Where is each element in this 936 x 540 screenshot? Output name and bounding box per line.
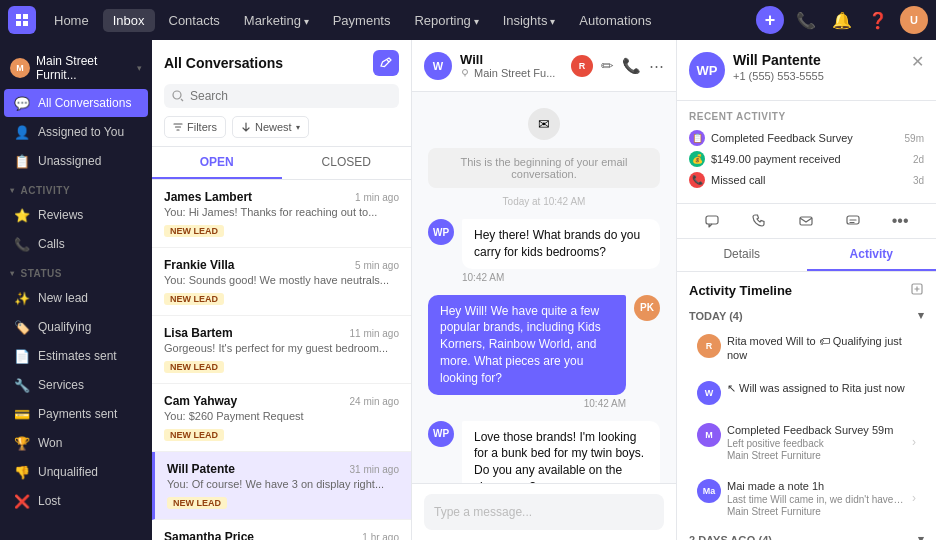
contact-action-phone[interactable] <box>751 213 767 229</box>
message-row-3: WP Love those brands! I'm looking for a … <box>428 421 660 483</box>
nav-home[interactable]: Home <box>44 9 99 32</box>
contact-action-email[interactable] <box>798 213 814 229</box>
sidebar-item-new-lead[interactable]: ✨ New lead <box>4 284 148 312</box>
conv-item-james-lambert[interactable]: James Lambert 1 min ago You: Hi James! T… <box>152 180 411 248</box>
phone-icon[interactable]: 📞 <box>792 6 820 34</box>
sidebar-label-lost: Lost <box>38 494 61 508</box>
activity-dot-1: 📋 <box>689 130 705 146</box>
sender-avatar-wp2: WP <box>428 421 454 447</box>
contact-actions: ••• <box>677 204 936 239</box>
estimates-icon: 📄 <box>14 348 30 364</box>
collapse-2days-icon: ▾ <box>918 533 924 540</box>
sidebar-label-all-conversations: All Conversations <box>38 96 131 110</box>
chat-contact-avatar: W <box>424 52 452 80</box>
search-bar[interactable] <box>164 84 399 108</box>
conv-item-lisa-bartem[interactable]: Lisa Bartem 11 min ago Gorgeous! It's pe… <box>152 316 411 384</box>
sidebar-item-services[interactable]: 🔧 Services <box>4 371 148 399</box>
activity-text-3: Missed call <box>711 174 907 186</box>
nav-payments[interactable]: Payments <box>323 9 401 32</box>
contact-action-sms[interactable] <box>845 213 861 229</box>
entry-content-1: Rita moved Will to 🏷 Qualifying just now <box>727 334 916 363</box>
sidebar-item-assigned-to-you[interactable]: 👤 Assigned to You <box>4 118 148 146</box>
search-input[interactable] <box>190 89 391 103</box>
message-bubble-1: Hey there! What brands do you carry for … <box>462 219 660 269</box>
entry-avatar-survey: M <box>697 423 721 447</box>
sort-button[interactable]: Newest ▾ <box>232 116 309 138</box>
account-selector[interactable]: M Main Street Furnit... ▾ <box>0 48 152 88</box>
account-chevron: ▾ <box>137 63 142 73</box>
tab-open[interactable]: OPEN <box>152 147 282 179</box>
compose-button[interactable] <box>373 50 399 76</box>
message-input[interactable]: Type a message... <box>424 494 664 530</box>
more-options-button[interactable]: ⋯ <box>649 57 664 75</box>
sidebar-item-estimates-sent[interactable]: 📄 Estimates sent <box>4 342 148 370</box>
svg-rect-2 <box>706 216 718 224</box>
entry-avatar-will: W <box>697 381 721 405</box>
phone-button[interactable]: 📞 <box>622 57 641 75</box>
contact-action-chat[interactable] <box>704 213 720 229</box>
sidebar-label-calls: Calls <box>38 237 65 251</box>
conv-item-will-patente[interactable]: Will Patente 31 min ago You: Of course! … <box>152 452 411 520</box>
edit-button[interactable]: ✏ <box>601 57 614 75</box>
search-icon <box>172 90 184 102</box>
timeline-day-2days-label[interactable]: 2 DAYS AGO (4) ▾ <box>689 533 924 540</box>
sidebar-item-unassigned[interactable]: 📋 Unassigned <box>4 147 148 175</box>
sidebar-item-payments-sent[interactable]: 💳 Payments sent <box>4 400 148 428</box>
sidebar-item-won[interactable]: 🏆 Won <box>4 429 148 457</box>
tab-closed[interactable]: CLOSED <box>282 147 412 179</box>
sidebar-label-estimates: Estimates sent <box>38 349 117 363</box>
close-panel-button[interactable]: ✕ <box>911 52 924 71</box>
nav-reporting[interactable]: Reporting <box>404 9 488 32</box>
activity-dot-2: 💰 <box>689 151 705 167</box>
bell-icon[interactable]: 🔔 <box>828 6 856 34</box>
activity-time-1: 59m <box>905 133 924 144</box>
nav-automations[interactable]: Automations <box>569 9 661 32</box>
sidebar-item-qualifying[interactable]: 🏷️ Qualifying <box>4 313 148 341</box>
timeline-export-button[interactable] <box>910 282 924 299</box>
chat-icon <box>704 213 720 229</box>
sort-chevron: ▾ <box>296 123 300 132</box>
sidebar-item-calls[interactable]: 📞 Calls <box>4 230 148 258</box>
nav-inbox[interactable]: Inbox <box>103 9 155 32</box>
activity-section-label: ▾ ACTIVITY <box>0 181 152 200</box>
tab-activity[interactable]: Activity <box>807 239 937 271</box>
sidebar-label-payments-sent: Payments sent <box>38 407 117 421</box>
nav-contacts[interactable]: Contacts <box>159 9 230 32</box>
sidebar-item-lost[interactable]: ❌ Lost <box>4 487 148 515</box>
sidebar-label-services: Services <box>38 378 84 392</box>
tab-details[interactable]: Details <box>677 239 807 271</box>
services-icon: 🔧 <box>14 377 30 393</box>
timeline-day-today-label[interactable]: TODAY (4) ▾ <box>689 309 924 322</box>
nav-marketing[interactable]: Marketing <box>234 9 319 32</box>
contact-header: WP Will Pantente +1 (555) 553-5555 ✕ <box>677 40 936 101</box>
activity-time-3: 3d <box>913 175 924 186</box>
filters-button[interactable]: Filters <box>164 116 226 138</box>
conv-item-frankie-villa[interactable]: Frankie Villa 5 min ago You: Sounds good… <box>152 248 411 316</box>
conversations-list: James Lambert 1 min ago You: Hi James! T… <box>152 180 411 540</box>
payments-sent-icon: 💳 <box>14 406 30 422</box>
message-row-1: WP Hey there! What brands do you carry f… <box>428 219 660 283</box>
user-avatar[interactable]: U <box>900 6 928 34</box>
contact-action-more[interactable]: ••• <box>892 212 909 230</box>
chat-header-actions: R ✏ 📞 ⋯ <box>571 55 664 77</box>
collapse-activity-icon[interactable]: ▾ <box>10 186 15 195</box>
sidebar: M Main Street Furnit... ▾ 💬 All Conversa… <box>0 40 152 540</box>
entry-avatar-mai: Ma <box>697 479 721 503</box>
new-item-button[interactable]: + <box>756 6 784 34</box>
status-section-label: ▾ STATUS <box>0 264 152 283</box>
nav-insights[interactable]: Insights <box>493 9 566 32</box>
sender-avatar-pk: PK <box>634 295 660 321</box>
conv-item-samantha-price[interactable]: Samantha Price 1 hr ago You: Hey there, … <box>152 520 411 540</box>
chat-messages: ✉ This is the beginning of your email co… <box>412 92 676 483</box>
sort-icon <box>241 122 251 132</box>
collapse-status-icon[interactable]: ▾ <box>10 269 15 278</box>
sidebar-item-all-conversations[interactable]: 💬 All Conversations <box>4 89 148 117</box>
timeline-entry-3[interactable]: M Completed Feedback Survey 59m Left pos… <box>689 417 924 467</box>
sidebar-item-reviews[interactable]: ⭐ Reviews <box>4 201 148 229</box>
timeline-entry-4[interactable]: Ma Mai made a note 1h Last time Will cam… <box>689 473 924 523</box>
sidebar-label-unassigned: Unassigned <box>38 154 101 168</box>
sidebar-item-unqualified[interactable]: 👎 Unqualified <box>4 458 148 486</box>
sidebar-label-reviews: Reviews <box>38 208 83 222</box>
conv-item-cam-yahway[interactable]: Cam Yahway 24 min ago You: $260 Payment … <box>152 384 411 452</box>
help-icon[interactable]: ❓ <box>864 6 892 34</box>
